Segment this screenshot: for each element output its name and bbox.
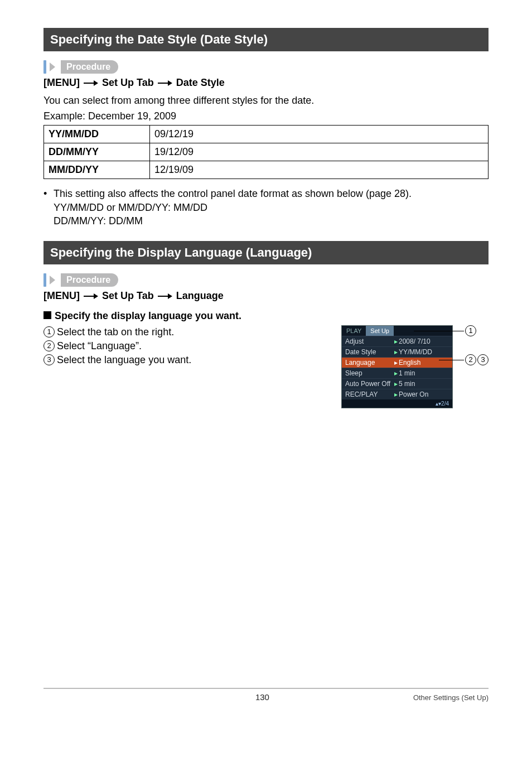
subheading-text: Specify the display language you want. <box>55 310 241 321</box>
camera-menu-row: Adjust▸2008/ 7/10 <box>342 336 452 346</box>
camera-menu-row: Date Style▸YY/MM/DD <box>342 346 452 357</box>
note-text: DD/MM/YY: DD/MM <box>54 214 489 228</box>
camera-menu-row: Auto Power Off▸5 min <box>342 378 452 389</box>
date-format-value: 12/19/09 <box>150 161 489 179</box>
svg-marker-9 <box>168 293 172 299</box>
svg-marker-4 <box>168 80 172 86</box>
procedure-arrow-icon <box>50 60 57 74</box>
path-part: [MENU] <box>43 290 80 301</box>
list-item: 1 Select the tab on the right. <box>43 325 341 339</box>
callout-3-icon: 3 <box>477 354 489 365</box>
table-row: DD/MM/YY 19/12/09 <box>44 143 489 161</box>
date-format-value: 19/12/09 <box>150 143 489 161</box>
circled-number-icon: 3 <box>43 354 55 365</box>
chevron-right-icon: ▸ <box>394 348 398 356</box>
svg-marker-5 <box>50 276 55 285</box>
circled-number-icon: 1 <box>43 326 55 337</box>
date-format-label: DD/MM/YY <box>44 143 150 161</box>
section-title-date-style: Specifying the Date Style (Date Style) <box>43 28 489 51</box>
chevron-right-icon: ▸ <box>394 369 398 377</box>
page-footer: 130 Other Settings (Set Up) <box>43 688 489 702</box>
procedure-label: Procedure <box>61 273 118 287</box>
arrow-right-icon <box>158 78 172 89</box>
chevron-right-icon: ▸ <box>394 380 398 388</box>
chevron-right-icon: ▸ <box>394 390 398 398</box>
procedure-heading: Procedure <box>43 60 489 74</box>
path-part: [MENU] <box>43 77 80 88</box>
arrow-right-icon <box>84 291 98 302</box>
table-row: MM/DD/YY 12/19/09 <box>44 161 489 179</box>
path-part: Date Style <box>176 77 225 88</box>
camera-menu: PLAY Set Up Adjust▸2008/ 7/10 Date Style… <box>341 325 453 408</box>
square-bullet-icon <box>43 311 51 319</box>
date-style-table: YY/MM/DD 09/12/19 DD/MM/YY 19/12/09 MM/D… <box>43 125 489 179</box>
date-format-value: 09/12/19 <box>150 126 489 143</box>
footer-section-label: Other Settings (Set Up) <box>413 693 489 702</box>
procedure-bar-icon <box>43 60 46 74</box>
step-list: 1 Select the tab on the right. 2 Select … <box>43 325 341 368</box>
camera-menu-row: REC/PLAY▸Power On <box>342 389 452 399</box>
procedure-bar-icon <box>43 273 46 287</box>
arrow-right-icon <box>84 78 98 89</box>
path-part: Set Up Tab <box>102 77 154 88</box>
procedure-arrow-icon <box>50 273 57 287</box>
intro-text: You can select from among three differen… <box>43 94 489 107</box>
callout-1-icon: 1 <box>465 325 476 336</box>
step-text: Select the tab on the right. <box>57 325 174 339</box>
step-text: Select the language you want. <box>57 353 191 367</box>
note-block: • This setting also affects the control … <box>43 187 489 228</box>
date-format-label: YY/MM/DD <box>44 126 150 143</box>
note-text: YY/MM/DD or MM/DD/YY: MM/DD <box>54 201 489 214</box>
svg-marker-0 <box>50 62 55 71</box>
leader-line <box>414 331 464 331</box>
svg-marker-2 <box>94 80 98 86</box>
camera-menu-row-highlighted: Language▸English <box>342 357 452 368</box>
path-part: Language <box>176 290 224 301</box>
subheading: Specify the display language you want. <box>43 310 489 322</box>
camera-menu-row: Sleep▸1 min <box>342 368 452 378</box>
list-item: 3 Select the language you want. <box>43 353 341 367</box>
svg-marker-7 <box>94 293 98 299</box>
procedure-heading: Procedure <box>43 273 489 287</box>
chevron-right-icon: ▸ <box>394 359 398 367</box>
circled-number-icon: 2 <box>43 340 55 351</box>
menu-path-date-style: [MENU] Set Up Tab Date Style <box>43 77 489 89</box>
camera-tab-play: PLAY <box>342 326 366 336</box>
arrow-right-icon <box>158 291 172 302</box>
table-row: YY/MM/DD 09/12/19 <box>44 126 489 143</box>
camera-tab-setup: Set Up <box>366 326 394 336</box>
date-format-label: MM/DD/YY <box>44 161 150 179</box>
step-text: Select “Language”. <box>57 339 142 353</box>
callout-2-icon: 2 <box>465 354 476 365</box>
camera-menu-footer: ▴▾2/4 <box>342 399 452 408</box>
chevron-right-icon: ▸ <box>394 337 398 345</box>
path-part: Set Up Tab <box>102 290 154 301</box>
menu-path-language: [MENU] Set Up Tab Language <box>43 290 489 302</box>
list-item: 2 Select “Language”. <box>43 339 341 353</box>
example-text: Example: December 19, 2009 <box>43 109 489 123</box>
note-text: This setting also affects the control pa… <box>54 187 412 200</box>
camera-menu-figure: PLAY Set Up Adjust▸2008/ 7/10 Date Style… <box>341 325 489 409</box>
page-number: 130 <box>112 692 413 702</box>
leader-line <box>439 360 464 360</box>
bullet-icon: • <box>43 187 54 200</box>
section-title-language: Specifying the Display Language (Languag… <box>43 241 489 264</box>
procedure-label: Procedure <box>61 60 118 74</box>
